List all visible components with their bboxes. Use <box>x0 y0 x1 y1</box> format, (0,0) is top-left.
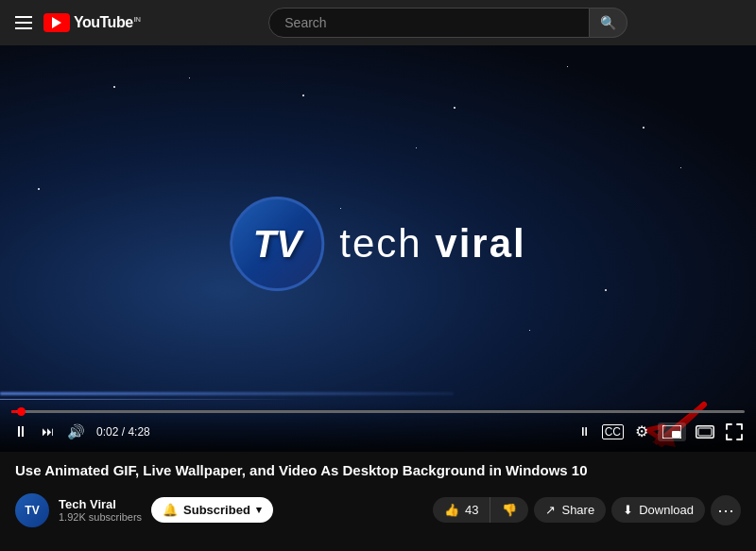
channel-bar: TV Tech Viral 1.92K subscribers 🔔 Subscr… <box>0 486 756 535</box>
video-info: Use Animated GIF, Live Wallpaper, and Vi… <box>0 452 756 486</box>
subscribe-button[interactable]: 🔔 Subscribed ▾ <box>151 497 273 523</box>
video-title: Use Animated GIF, Live Wallpaper, and Vi… <box>15 461 741 480</box>
search-icon: 🔍 <box>600 15 616 30</box>
theater-icon <box>696 425 714 439</box>
more-options-button[interactable]: ⋯ <box>711 495 741 525</box>
volume-icon: 🔊 <box>67 423 85 440</box>
channel-subscribers: 1.92K subscribers <box>59 511 142 523</box>
download-icon: ⬇ <box>623 503 633 517</box>
tv-initials: TV <box>253 223 301 266</box>
bell-icon: 🔔 <box>163 503 178 517</box>
youtube-text: YouTubeIN <box>74 14 141 31</box>
hamburger-menu[interactable] <box>15 16 32 29</box>
progress-bar[interactable] <box>11 410 745 413</box>
channel-logo: TV tech viral <box>230 197 525 291</box>
search-button[interactable]: 🔍 <box>590 8 627 38</box>
search-bar: 🔍 <box>156 8 741 38</box>
header-left: YouTubeIN <box>15 13 141 32</box>
chevron-down-icon: ▾ <box>256 504 262 516</box>
dislike-button[interactable]: 👎 <box>490 497 528 523</box>
svg-rect-5 <box>698 428 712 436</box>
progress-dot <box>17 407 26 416</box>
download-label: Download <box>639 503 694 517</box>
cc-icon: CC <box>602 424 624 439</box>
more-icon: ⋯ <box>717 500 734 521</box>
youtube-logo: YouTubeIN <box>43 13 141 32</box>
tv-circle-logo: TV <box>230 197 324 291</box>
settings-icon: ⚙ <box>635 422 648 440</box>
svg-rect-3 <box>672 431 680 438</box>
next-icon: ⏭ <box>42 424 54 439</box>
actions-right: 👍 43 👎 ↗ Share ⬇ Download ⋯ <box>433 495 741 525</box>
channel-avatar: TV <box>15 493 49 527</box>
thumbs-down-icon: 👎 <box>502 503 517 517</box>
channel-name-overlay: tech viral <box>339 221 525 267</box>
fullscreen-icon <box>726 423 743 440</box>
share-icon: ↗ <box>545 503 556 517</box>
settings-button[interactable]: ⚙ <box>633 421 650 442</box>
channel-name: Tech Viral <box>59 497 142 511</box>
pause-button[interactable]: ⏸ <box>11 422 30 442</box>
light-beam2 <box>0 399 302 400</box>
time-current: 0:02 <box>96 425 118 439</box>
fullscreen-button[interactable] <box>724 422 745 442</box>
search-input[interactable] <box>269 15 589 30</box>
thumbs-up-icon: 👍 <box>444 503 459 517</box>
miniplayer-icon <box>662 425 681 439</box>
theater-button[interactable] <box>694 423 716 440</box>
download-button[interactable]: ⬇ Download <box>611 497 705 523</box>
like-button[interactable]: 👍 43 <box>433 497 490 523</box>
video-background: TV tech viral <box>0 45 756 452</box>
chapters-button[interactable]: ⏸ <box>576 422 593 440</box>
video-player[interactable]: TV tech viral ⏸ ⏭ 🔊 <box>0 45 756 452</box>
light-beam <box>0 392 454 395</box>
share-label: Share <box>561 503 594 517</box>
like-dislike-wrap: 👍 43 👎 <box>433 497 528 523</box>
like-count: 43 <box>465 503 478 517</box>
header: YouTubeIN 🔍 <box>0 0 756 45</box>
volume-button[interactable]: 🔊 <box>65 422 87 442</box>
next-button[interactable]: ⏭ <box>40 422 56 440</box>
search-input-wrap <box>268 8 590 38</box>
youtube-icon <box>43 13 70 32</box>
subscribe-label: Subscribed <box>183 503 250 517</box>
channel-info: Tech Viral 1.92K subscribers <box>59 497 142 523</box>
controls-row: ⏸ ⏭ 🔊 0:02 / 4:28 ⏸ CC <box>11 421 745 442</box>
time-display: 0:02 / 4:28 <box>96 425 150 439</box>
youtube-in-badge: IN <box>134 15 141 24</box>
video-controls: ⏸ ⏭ 🔊 0:02 / 4:28 ⏸ CC <box>0 403 756 452</box>
share-button[interactable]: ↗ Share <box>534 497 606 523</box>
pause-icon: ⏸ <box>13 423 28 440</box>
miniplayer-button[interactable] <box>658 422 686 441</box>
avatar-initials: TV <box>25 504 39 517</box>
cc-button[interactable]: CC <box>600 422 626 441</box>
controls-right: ⏸ CC ⚙ <box>576 421 745 442</box>
chapters-icon: ⏸ <box>578 424 591 439</box>
time-total: 4:28 <box>128 425 149 439</box>
